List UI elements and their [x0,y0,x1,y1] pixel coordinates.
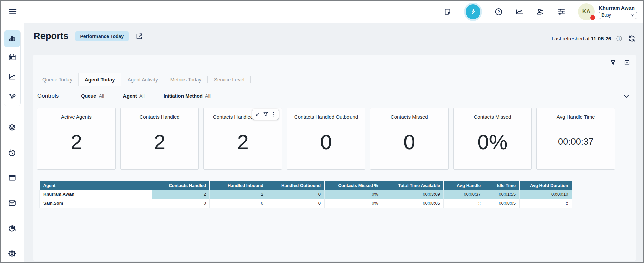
sidebar-item-pie[interactable] [4,224,21,233]
cell: 0 [267,190,325,199]
quick-connect-bolt-icon[interactable] [464,3,482,21]
report-badge[interactable]: Performance Today [75,31,129,41]
card-contacts-handled-outbound: Contacts Handled Outbound 0 [287,108,365,170]
cell: :: [444,199,484,208]
status-select[interactable]: Busy [599,12,637,19]
filter-agent-label: Agent [123,93,137,99]
filter-initiation-method-label: Initiation Method [164,93,203,99]
cell: 00:01:55 [484,190,520,199]
sidebar-item-calendar[interactable] [4,47,20,67]
tab-metrics-today[interactable]: Metrics Today [164,73,207,86]
analytics-icon[interactable] [515,7,524,16]
history-icon [8,149,17,157]
metric-cards: Active Agents 2 Contacts Handled 2 [37,108,615,170]
cell: 0% [325,199,382,208]
settings-gear-icon [8,249,17,258]
card-contacts-missed: Contacts Missed 0 [370,108,449,170]
notes-icon[interactable] [443,7,452,16]
customize-pen-icon [8,92,17,101]
card-value: 00:00:37 [558,120,593,164]
user-block: KA Khurram Awan Busy [578,3,637,20]
card-title: Avg Handle Time [557,114,595,120]
refresh-area: Last refreshed at 11:06:26 i [552,34,636,43]
card-hover-toolbar [252,109,279,120]
calendar-icon [8,53,17,62]
sidebar-item-browser[interactable] [4,173,21,183]
panel-tools [610,59,631,66]
tab-agent-activity[interactable]: Agent Activity [121,73,164,86]
kebab-menu-icon[interactable] [270,111,276,118]
expand-icon[interactable] [255,111,261,118]
card-value: 0 [320,120,332,164]
cell: 0 [152,199,210,208]
filter-queue[interactable]: Queue All [81,93,104,99]
sidebar-item-customize[interactable] [4,87,20,106]
mail-icon [8,199,17,207]
help-icon[interactable]: ? [494,7,503,16]
filter-initiation-method-value: All [205,93,211,99]
card-contacts-handled-inbound: Contacts Handled Inbound 2 [203,108,282,170]
filter-icon[interactable] [262,111,269,118]
layers-icon [8,123,17,132]
card-value: 2 [237,120,249,164]
filter-icon[interactable] [610,59,616,66]
bolt-circle [466,4,480,19]
tab-queue-today[interactable]: Queue Today [36,73,78,86]
col-agent[interactable]: Agent [40,181,152,190]
col-handled-outbound[interactable]: Handled Outbound [267,181,325,190]
controls-title: Controls [37,93,59,99]
card-title: Contacts Missed [474,114,511,120]
bar-chart-icon [8,34,17,43]
controls-collapse-chevron-icon[interactable] [622,92,631,100]
table-row[interactable]: Sam.Som 0 0 0 0% 00:08:05 :: 00:08:05 :: [40,199,572,208]
info-icon[interactable]: i [616,35,623,42]
card-title: Contacts Missed [391,114,428,120]
cell: 00:03:09 [382,190,444,199]
last-refreshed-label: Last refreshed at [552,36,590,41]
sidebar-item-bar-chart[interactable] [4,30,20,47]
cell: 0% [325,190,382,199]
pie-chart-icon [8,224,17,233]
col-contacts-handled[interactable]: Contacts Handled [152,181,210,190]
sidebar-item-line-chart[interactable] [4,67,20,87]
preferences-sliders-icon[interactable] [557,7,566,16]
col-avg-handle[interactable]: Avg Handle [444,181,484,190]
sidebar-item-mail[interactable] [4,198,21,208]
cell: 00:00:37 [444,190,484,199]
col-idle-time[interactable]: Idle Time [484,181,520,190]
col-contacts-missed-pct[interactable]: Contacts Missed % [325,181,382,190]
download-icon[interactable] [624,59,631,66]
card-contacts-missed-pct: Contacts Missed 0% [453,108,532,170]
table-row[interactable]: Khurram.Awan 2 2 0 0% 00:03:09 00:00:37 … [40,190,572,199]
tab-service-level[interactable]: Service Level [208,73,250,86]
sidebar-item-history[interactable] [4,148,21,158]
card-title: Contacts Handled [139,114,179,120]
user-name: Khurram Awan [599,5,637,11]
busy-status-dot [590,15,595,20]
filter-agent[interactable]: Agent All [123,93,145,99]
col-avg-hold-duration[interactable]: Avg Hold Duration [520,181,572,190]
sidebar-item-layers[interactable] [4,123,21,132]
directory-users-icon[interactable] [536,7,545,16]
avatar-initials: KA [582,8,591,15]
refresh-icon[interactable] [627,34,636,43]
status-select-value: Busy [601,13,611,18]
col-handled-inbound[interactable]: Handled Inbound [210,181,267,190]
svg-text:i: i [619,37,620,40]
hamburger-menu-icon[interactable] [8,7,18,16]
sidebar-item-settings[interactable] [4,249,21,258]
page-header: Reports Performance Today [34,31,143,41]
cell: 0 [267,199,325,208]
card-value: 0 [403,120,415,164]
avatar[interactable]: KA [578,3,595,20]
external-link-icon[interactable] [135,32,143,40]
card-value: 0% [477,120,508,164]
tab-agent-today[interactable]: Agent Today [78,73,121,86]
col-total-time-available[interactable]: Total Time Available [382,181,444,190]
filter-initiation-method[interactable]: Initiation Method All [164,93,211,99]
filter-agent-value: All [139,93,145,99]
topbar-actions: ? KA Khurram Awan Busy [443,1,637,23]
sidebar [1,23,24,262]
svg-text:?: ? [497,9,500,14]
cell: 00:00:10 [520,190,572,199]
